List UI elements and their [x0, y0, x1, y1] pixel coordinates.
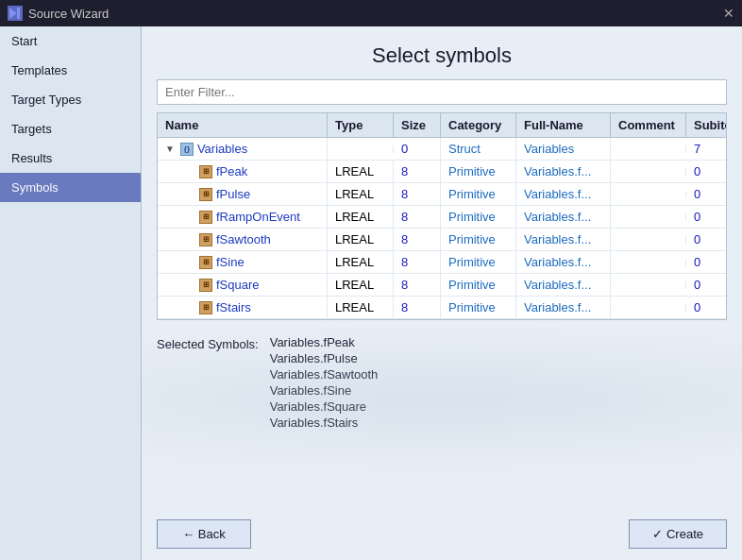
- selected-item: Variables.fSine: [270, 383, 379, 398]
- td-name: ⊞ fStairs: [158, 297, 328, 318]
- td-subitems: 0: [686, 206, 727, 228]
- row-name-label: fSine: [216, 255, 245, 269]
- table-row[interactable]: ⊞ fSquare LREAL 8 Primitive Variables.f.…: [158, 274, 726, 297]
- td-comment: [611, 259, 686, 266]
- prim-icon: ⊞: [199, 188, 212, 201]
- svg-rect-1: [17, 8, 20, 19]
- table-row[interactable]: ⊞ fStairs LREAL 8 Primitive Variables.f.…: [158, 297, 726, 319]
- td-category: Primitive: [441, 229, 516, 250]
- th-size: Size: [394, 113, 441, 137]
- row-name-label: fSawtooth: [216, 232, 271, 246]
- table-row[interactable]: ⊞ fPulse LREAL 8 Primitive Variables.f..…: [158, 183, 726, 206]
- filter-input[interactable]: [157, 79, 727, 105]
- sidebar-item-targets[interactable]: Targets: [0, 114, 141, 144]
- prim-icon: ⊞: [199, 233, 212, 246]
- td-category: Primitive: [441, 183, 516, 205]
- td-comment: [611, 236, 686, 244]
- table-row[interactable]: ⊞ fPeak LREAL 8 Primitive Variables.f...…: [158, 161, 726, 183]
- td-size: 0: [394, 138, 441, 160]
- td-name: ▼ {} Variables: [158, 138, 328, 160]
- filter-bar: [157, 79, 727, 105]
- td-fullname: Variables.f...: [516, 206, 611, 228]
- td-fullname: Variables.f...: [516, 297, 611, 318]
- selected-item: Variables.fStairs: [270, 416, 379, 430]
- td-fullname: Variables.f...: [516, 274, 611, 296]
- close-button[interactable]: ✕: [723, 6, 734, 21]
- table-row[interactable]: ⊞ fSawtooth LREAL 8 Primitive Variables.…: [158, 229, 726, 251]
- sidebar-item-results[interactable]: Results: [0, 144, 141, 173]
- page-title: Select symbols: [142, 26, 742, 79]
- td-name: ⊞ fPulse: [158, 183, 328, 205]
- title-bar-title: Source Wizard: [28, 7, 109, 21]
- th-name: Name: [158, 113, 328, 137]
- td-subitems: 0: [686, 183, 727, 205]
- td-comment: [611, 281, 686, 289]
- td-size: 8: [394, 229, 441, 250]
- td-type: [328, 145, 394, 153]
- td-comment: [611, 145, 686, 153]
- td-comment: [611, 168, 686, 176]
- table-body: ▼ {} Variables 0 Struct Variables 7 ⊞ fP…: [158, 138, 726, 319]
- td-size: 8: [394, 297, 441, 318]
- td-size: 8: [394, 206, 441, 228]
- selected-item: Variables.fPulse: [270, 351, 379, 365]
- expand-icon[interactable]: ▼: [165, 144, 175, 154]
- prim-icon: ⊞: [199, 256, 212, 269]
- table-row[interactable]: ⊞ fRampOnEvent LREAL 8 Primitive Variabl…: [158, 206, 726, 229]
- back-button[interactable]: ← Back: [157, 519, 251, 549]
- td-size: 8: [394, 274, 441, 296]
- th-subitems: Subitems: [686, 113, 727, 137]
- main-layout: Start Templates Target Types Targets Res…: [0, 26, 742, 560]
- td-type: LREAL: [328, 161, 394, 182]
- selected-label: Selected Symbols:: [157, 335, 259, 351]
- td-type: LREAL: [328, 229, 394, 250]
- td-fullname: Variables.f...: [516, 251, 611, 273]
- td-size: 8: [394, 251, 441, 273]
- struct-icon: {}: [180, 143, 194, 156]
- selected-symbols-section: Selected Symbols: Variables.fPeakVariabl…: [157, 335, 727, 430]
- td-comment: [611, 191, 686, 198]
- row-name-label: fSquare: [216, 278, 260, 292]
- sidebar-item-target-types[interactable]: Target Types: [0, 85, 141, 114]
- td-category: Primitive: [441, 274, 516, 296]
- td-subitems: 0: [686, 251, 727, 273]
- footer-buttons: ← Back ✓ Create: [142, 510, 742, 560]
- svg-marker-0: [9, 8, 17, 19]
- prim-icon: ⊞: [199, 165, 212, 178]
- selected-items-list: Variables.fPeakVariables.fPulseVariables…: [270, 335, 379, 430]
- sidebar-item-symbols[interactable]: Symbols: [0, 173, 141, 202]
- create-button[interactable]: ✓ Create: [629, 519, 727, 549]
- td-name: ⊞ fSine: [158, 251, 328, 273]
- prim-icon: ⊞: [199, 279, 212, 292]
- td-name: ⊞ fRampOnEvent: [158, 206, 328, 228]
- selected-item: Variables.fPeak: [270, 335, 379, 349]
- td-name: ⊞ fSquare: [158, 274, 328, 296]
- table-row[interactable]: ⊞ fSine LREAL 8 Primitive Variables.f...…: [158, 251, 726, 274]
- row-name-label: fPulse: [216, 187, 250, 201]
- symbols-table: Name Type Size Category Full-Name Commen…: [157, 112, 727, 320]
- td-size: 8: [394, 183, 441, 205]
- td-comment: [611, 304, 686, 312]
- prim-icon: ⊞: [199, 211, 212, 224]
- td-type: LREAL: [328, 183, 394, 205]
- td-name: ⊞ fPeak: [158, 161, 328, 182]
- row-name-label: Variables: [197, 142, 247, 156]
- td-subitems: 0: [686, 161, 727, 182]
- th-category: Category: [441, 113, 516, 137]
- table-row[interactable]: ▼ {} Variables 0 Struct Variables 7: [158, 138, 726, 161]
- td-fullname: Variables.f...: [516, 229, 611, 250]
- row-name-label: fPeak: [216, 164, 247, 178]
- td-type: LREAL: [328, 251, 394, 273]
- app-icon: [8, 6, 23, 21]
- td-category: Primitive: [441, 161, 516, 182]
- row-name-label: fStairs: [216, 300, 251, 314]
- td-comment: [611, 213, 686, 221]
- selected-item: Variables.fSquare: [270, 399, 379, 414]
- td-subitems: 0: [686, 297, 727, 318]
- sidebar-item-start[interactable]: Start: [0, 26, 141, 56]
- td-type: LREAL: [328, 274, 394, 296]
- td-type: LREAL: [328, 206, 394, 228]
- sidebar-item-templates[interactable]: Templates: [0, 56, 141, 85]
- th-type: Type: [328, 113, 394, 137]
- sidebar: Start Templates Target Types Targets Res…: [0, 26, 142, 560]
